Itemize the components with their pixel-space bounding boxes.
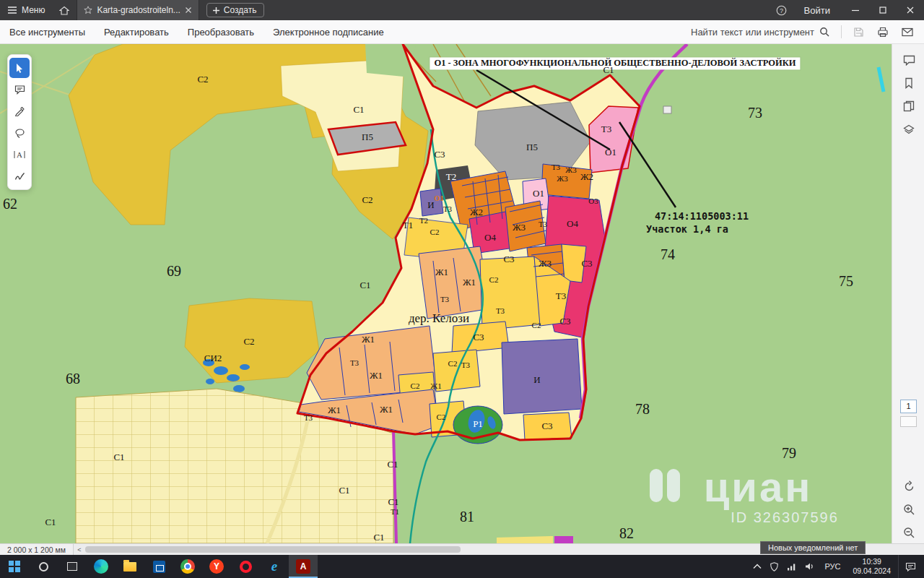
find-tool-button[interactable]: Найти текст или инструмент: [685, 27, 835, 38]
mail-button[interactable]: [897, 22, 918, 41]
create-button[interactable]: Создать: [206, 3, 265, 17]
menu-esign[interactable]: Электронное подписание: [263, 20, 393, 43]
sign-tool-button[interactable]: [9, 166, 30, 186]
svg-text:A: A: [17, 150, 22, 159]
login-button[interactable]: Войти: [793, 5, 842, 16]
action-center-button[interactable]: [898, 555, 923, 578]
lasso-icon: [14, 128, 25, 138]
tools-palette: A: [7, 54, 32, 190]
lasso-tool-button[interactable]: [9, 123, 30, 143]
taskbar-clock[interactable]: 10:39 09.04.2024: [847, 557, 897, 576]
minimize-icon: [851, 6, 860, 14]
save-button[interactable]: [847, 22, 869, 41]
pages-panel-button[interactable]: [898, 96, 920, 116]
minimize-button[interactable]: [842, 0, 869, 20]
select-tool-button[interactable]: [9, 58, 30, 78]
add-text-tool-button[interactable]: A: [9, 144, 30, 165]
help-icon: ?: [776, 5, 787, 16]
zoning-map: [0, 44, 892, 543]
search-icon: [819, 27, 829, 37]
taskbar-chrome-button[interactable]: [173, 555, 202, 578]
taskbar-acrobat-button[interactable]: [289, 555, 318, 578]
layers-panel-button[interactable]: [898, 119, 920, 139]
file-explorer-icon: [123, 562, 136, 571]
tray-volume-button[interactable]: [801, 555, 818, 578]
hidden-icons-button[interactable]: [749, 555, 765, 578]
pen-icon: [14, 106, 25, 116]
zoom-in-button[interactable]: [898, 499, 920, 519]
mail-icon: [902, 27, 913, 37]
taskbar-store-button[interactable]: [144, 555, 173, 578]
comment-icon: [14, 85, 25, 95]
tab-close-icon[interactable]: [185, 7, 192, 14]
signature-icon: [14, 172, 25, 181]
maximize-icon: [879, 6, 887, 14]
taskbar-opera-button[interactable]: [231, 555, 260, 578]
scroll-left-arrow[interactable]: <: [74, 546, 85, 553]
close-button[interactable]: [897, 0, 924, 20]
taskbar: РУС 10:39 09.04.2024: [0, 555, 924, 578]
home-icon: [59, 6, 69, 15]
taskbar-apps: [0, 555, 318, 578]
language-indicator[interactable]: РУС: [819, 562, 845, 571]
taskbar-start-button[interactable]: [0, 555, 29, 578]
pdf-page-view[interactable]: О1 - ЗОНА МНОГОФУНКЦИОНАЛЬНОЙ ОБЩЕСТВЕНН…: [0, 44, 892, 543]
taskbar-file-explorer-button[interactable]: [116, 555, 144, 578]
text-icon: A: [14, 150, 25, 160]
start-icon: [9, 561, 14, 566]
page-number-input[interactable]: 1: [900, 400, 917, 413]
print-icon: [877, 27, 889, 38]
create-label: Создать: [224, 5, 257, 15]
home-button[interactable]: [52, 0, 77, 20]
taskbar-task-view-button[interactable]: [58, 555, 87, 578]
content-area: О1 - ЗОНА МНОГОФУНКЦИОНАЛЬНОЙ ОБЩЕСТВЕНН…: [0, 44, 924, 543]
volume-icon: [805, 562, 814, 571]
print-button[interactable]: [872, 22, 894, 41]
pages-icon: [903, 100, 915, 112]
shield-icon: [770, 562, 778, 571]
action-center-icon: [905, 562, 916, 571]
titlebar: Меню Karta-gradostroiteln... Создать ? В…: [0, 0, 924, 20]
menu-all-tools[interactable]: Все инструменты: [0, 20, 95, 43]
taskbar-yandex-button[interactable]: [202, 555, 231, 578]
layers-icon: [903, 124, 915, 135]
edge-icon: [94, 559, 108, 574]
menu-convert[interactable]: Преобразовать: [178, 20, 263, 43]
maximize-button[interactable]: [869, 0, 897, 20]
refresh-view-button[interactable]: [898, 476, 920, 496]
parcel-marker: [663, 106, 671, 113]
tray-network-button[interactable]: [783, 555, 800, 578]
search-icon: [39, 562, 48, 571]
system-tray: РУС 10:39 09.04.2024: [749, 555, 924, 578]
opera-icon: [240, 561, 252, 573]
comments-icon: [903, 55, 915, 66]
document-tab[interactable]: Karta-gradostroiteln...: [77, 0, 199, 20]
road-magenta-patch: [554, 536, 573, 543]
chevron-up-icon: [753, 564, 762, 569]
plus-icon: [212, 7, 220, 14]
comment-tool-button[interactable]: [9, 79, 30, 100]
zoom-out-button[interactable]: [898, 522, 920, 543]
refresh-icon: [903, 480, 915, 493]
zoom-out-icon: [903, 527, 915, 539]
scrollbar-thumb[interactable]: [85, 546, 461, 553]
page-dimensions-label: 2 000 x 1 200 мм: [0, 545, 73, 554]
tab-title: Karta-gradostroiteln...: [97, 5, 180, 15]
toolbar-divider: [841, 25, 842, 38]
comments-panel-button[interactable]: [898, 50, 920, 70]
bookmark-icon: [904, 77, 914, 89]
acrobat-icon: [296, 559, 310, 574]
menu-edit[interactable]: Редактировать: [95, 20, 178, 43]
help-button[interactable]: ?: [771, 0, 793, 20]
cursor-icon: [14, 63, 25, 74]
bookmarks-panel-button[interactable]: [898, 73, 920, 93]
taskbar-search-button[interactable]: [29, 555, 58, 578]
hamburger-icon: [7, 6, 17, 14]
draw-tool-button[interactable]: [9, 101, 30, 121]
menu-button[interactable]: Меню: [0, 0, 52, 20]
tray-shield-button[interactable]: [767, 555, 782, 578]
menu-toolbar: Все инструменты Редактировать Преобразов…: [0, 20, 924, 44]
taskbar-edge-button[interactable]: [87, 555, 116, 578]
taskbar-ie-button[interactable]: [260, 555, 289, 578]
right-panel-rail: 1: [892, 44, 924, 543]
